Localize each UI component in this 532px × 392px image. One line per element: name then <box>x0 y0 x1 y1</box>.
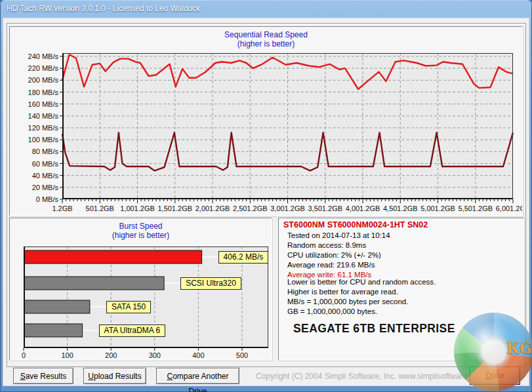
drive-marketing-name: SEAGATE 6TB ENTERPRISE <box>293 322 455 336</box>
save-results-label: Save Results <box>18 369 69 384</box>
seq-y-tick-label: 120 MB/s <box>11 124 58 132</box>
seq-chart-title: Sequential Read Speed <box>10 30 522 39</box>
upload-results-label: Upload Results <box>88 369 142 384</box>
save-results-button[interactable]: Save Results <box>13 368 73 384</box>
burst-chart-title: Burst Speed <box>10 222 272 231</box>
drive-stat-line: Tested on 2014-07-13 at 10:14 <box>287 231 390 239</box>
seq-y-tick-label: 140 MB/s <box>11 112 58 120</box>
burst-bar <box>24 250 202 264</box>
seq-y-tick-label: 180 MB/s <box>11 88 58 96</box>
chart-note-line: Higher is better for average read. <box>287 288 398 296</box>
seq-y-tick-label: 100 MB/s <box>11 136 58 144</box>
app-window: { "window": { "title": "HD Tach RW versi… <box>0 0 532 392</box>
compare-another-drive-button[interactable]: Compare Another Drive <box>156 368 239 384</box>
sequential-read-plot <box>62 53 513 199</box>
seq-y-tick-label: 80 MB/s <box>11 147 58 155</box>
burst-bar-label: SATA 150 <box>106 301 151 313</box>
burst-speed-chart-panel: Burst Speed (higher is better) 406.2 MB/… <box>9 218 272 361</box>
burst-bar <box>24 277 164 290</box>
client-area: Sequential Read Speed (higher is better)… <box>3 18 529 386</box>
sequential-read-chart-panel: Sequential Read Speed (higher is better)… <box>9 26 523 216</box>
drive-model-title: ST6000NM ST6000NM0024-1HT SN02 <box>283 220 428 229</box>
seq-y-tick-label: 220 MB/s <box>11 64 58 72</box>
burst-x-tick-label: 500 <box>215 351 270 359</box>
burst-bar-label: ATA UltraDMA 6 <box>99 324 166 337</box>
burst-bar-label: 406.2 MB/s <box>218 251 269 264</box>
seq-x-tick-label: 6,001.2GB <box>485 205 523 212</box>
drive-stat-line: Random access: 8.9ms <box>287 241 366 249</box>
compare-another-drive-label: Compare Another Drive <box>161 369 235 392</box>
done-label: Done <box>474 368 516 383</box>
burst-chart-subtitle: (higher is better) <box>10 231 272 240</box>
seq-y-tick-label: 20 MB/s <box>11 184 58 191</box>
done-button[interactable]: Done <box>470 366 520 385</box>
window-title: HD Tach RW version 3.0.1.0 - Licensed to… <box>7 4 200 13</box>
seq-y-tick-label: 0 MB/s <box>11 195 58 203</box>
burst-bar <box>24 300 90 313</box>
chart-note-line: Lower is better for CPU and random acces… <box>287 278 436 286</box>
seq-y-tick-label: 40 MB/s <box>11 172 58 180</box>
drive-info-panel: ST6000NM ST6000NM0024-1HT SN02 Tested on… <box>278 218 524 361</box>
drive-stat-line: CPU utilization: 2% (+/- 2%) <box>287 251 381 259</box>
seq-y-tick-label: 160 MB/s <box>11 100 58 108</box>
titlebar[interactable]: HD Tach RW version 3.0.1.0 - Licensed to… <box>0 0 532 18</box>
seq-y-tick-label: 60 MB/s <box>11 160 58 168</box>
drive-stat-line: Average read: 219.6 MB/s <box>287 261 375 269</box>
upload-results-button[interactable]: Upload Results <box>83 368 146 384</box>
copyright-text: Copyright (C) 2004 Simpli Software, Inc.… <box>256 372 484 381</box>
seq-y-tick-label: 200 MB/s <box>11 76 58 84</box>
burst-bar-label: SCSI Ultra320 <box>180 277 241 290</box>
seq-chart-subtitle: (higher is better) <box>10 39 522 49</box>
seq-y-tick-label: 240 MB/s <box>11 52 58 60</box>
burst-bar <box>24 324 83 337</box>
chart-note-line: GB = 1,000,000,000 bytes. <box>287 307 377 315</box>
chart-note-line: MB/s = 1,000,000 bytes per second. <box>287 298 408 305</box>
